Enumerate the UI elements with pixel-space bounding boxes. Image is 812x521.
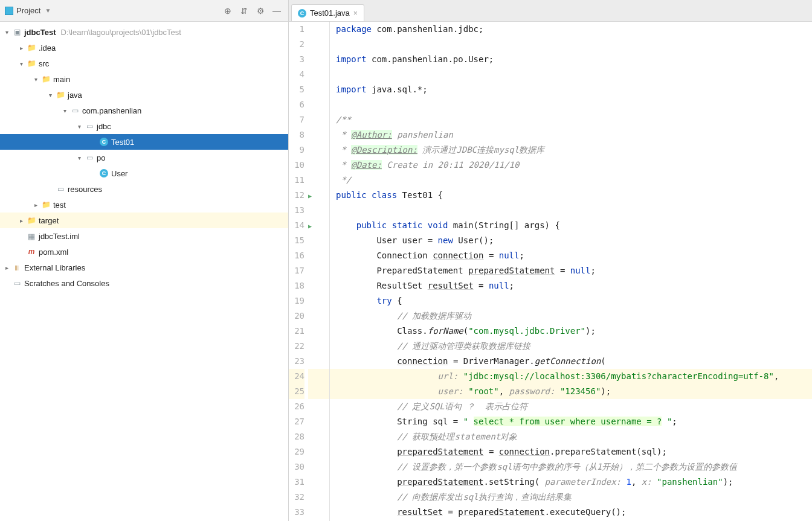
locate-icon[interactable]: ⊕ bbox=[221, 4, 234, 18]
tree-package[interactable]: ▾▭com.panshenlian bbox=[0, 103, 288, 118]
tree-package-po[interactable]: ▾▭po bbox=[0, 150, 288, 165]
tree-root[interactable]: ▾▣jdbcTestD:\learn\lagou\projects\01\jdb… bbox=[0, 24, 288, 40]
editor-tabs: C Test01.java × bbox=[289, 0, 812, 22]
tree-file-pom[interactable]: mpom.xml bbox=[0, 244, 288, 260]
tab-test01[interactable]: C Test01.java × bbox=[291, 4, 364, 21]
tab-label: Test01.java bbox=[310, 8, 350, 18]
project-sidebar: Project ▼ ⊕ ⇵ ⚙ — ▾▣jdbcTestD:\learn\lag… bbox=[0, 0, 289, 521]
project-tree[interactable]: ▾▣jdbcTestD:\learn\lagou\projects\01\jdb… bbox=[0, 22, 288, 521]
editor-area: C Test01.java × 123456789101112131415161… bbox=[289, 0, 812, 521]
project-dropdown[interactable]: Project bbox=[16, 6, 40, 15]
gear-icon[interactable]: ⚙ bbox=[254, 4, 267, 18]
code-editor[interactable]: 1234567891011121314151617181920212223242… bbox=[289, 22, 812, 521]
run-gutter: ▶▶ bbox=[308, 22, 318, 521]
tree-folder-idea[interactable]: ▸📁.idea bbox=[0, 40, 288, 56]
run-icon[interactable]: ▶ bbox=[308, 193, 312, 199]
close-icon[interactable]: × bbox=[353, 9, 358, 18]
tree-folder-resources[interactable]: ▭resources bbox=[0, 181, 288, 197]
tree-folder-src[interactable]: ▾📁src bbox=[0, 56, 288, 71]
sidebar-header: Project ▼ ⊕ ⇵ ⚙ — bbox=[0, 0, 288, 22]
tree-scratches[interactable]: ▭Scratches and Consoles bbox=[0, 275, 288, 291]
project-icon bbox=[5, 7, 13, 15]
fold-column bbox=[318, 22, 330, 521]
tree-folder-main[interactable]: ▾📁main bbox=[0, 71, 288, 87]
line-gutter: 1234567891011121314151617181920212223242… bbox=[289, 22, 308, 521]
collapse-icon[interactable]: ⇵ bbox=[237, 4, 251, 18]
hide-icon[interactable]: — bbox=[270, 4, 283, 18]
tree-folder-java[interactable]: ▾📁java bbox=[0, 87, 288, 103]
tree-external-libs[interactable]: ▸⫼External Libraries bbox=[0, 260, 288, 275]
tree-package-jdbc[interactable]: ▾▭jdbc bbox=[0, 118, 288, 134]
run-icon[interactable]: ▶ bbox=[308, 223, 312, 229]
class-icon: C bbox=[298, 9, 306, 18]
tree-folder-target[interactable]: ▸📁target bbox=[0, 213, 288, 228]
tree-class-user[interactable]: CUser bbox=[0, 165, 288, 181]
tree-folder-test[interactable]: ▸📁test bbox=[0, 197, 288, 213]
chevron-down-icon: ▼ bbox=[45, 7, 51, 14]
code-content[interactable]: package com.panshenlian.jdbc; import com… bbox=[330, 22, 812, 521]
tree-file-iml[interactable]: ▦jdbcTest.iml bbox=[0, 228, 288, 244]
tree-class-test01[interactable]: CTest01 bbox=[0, 134, 288, 150]
